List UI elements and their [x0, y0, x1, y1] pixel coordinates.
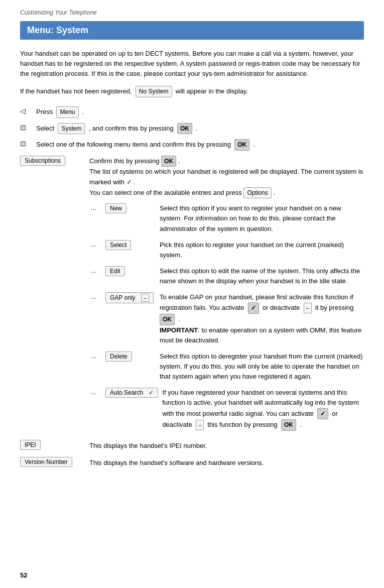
ok-badge-5: OK	[281, 419, 296, 431]
ipei-text: This displays the handset's IPEI number.	[89, 440, 364, 451]
option-new: … New Select this option if you want to …	[90, 203, 364, 233]
option-edit-badge-col: Edit	[105, 266, 156, 276]
intro-text-2: If the handset has not been registered,	[20, 87, 132, 95]
edit-badge: Edit	[105, 266, 125, 276]
step-1-text: Press Menu .	[36, 106, 84, 118]
ipei-badge-col: IPEI	[20, 440, 80, 450]
check-inline-2: ✓	[317, 408, 328, 420]
top-label: Customizing Your Telephone	[20, 9, 364, 16]
section-header: Menu: System	[20, 21, 364, 40]
dots-gap: …	[90, 292, 101, 300]
select-badge: Select	[105, 240, 131, 250]
step-2-text: Select System , and confirm this by pres…	[36, 123, 198, 135]
option-rows: … New Select this option if you want to …	[90, 203, 364, 430]
option-autosearch-badge-col: Auto.Search ✓	[105, 388, 158, 398]
no-system-badge: No System	[136, 86, 172, 97]
step-3: ⊡ Select one of the following menu items…	[20, 139, 364, 151]
dots-autosearch: …	[90, 388, 101, 396]
ipei-badge: IPEI	[20, 440, 41, 450]
deactivate-dash-1: –	[304, 303, 312, 313]
delete-badge: Delete	[105, 351, 132, 362]
bottom-section: IPEI This displays the handset's IPEI nu…	[20, 440, 364, 468]
option-delete: … Delete Select this option to deregiste…	[90, 351, 364, 382]
step-2-icon: ⊡	[20, 123, 31, 132]
option-edit-text: Select this option to edit the name of t…	[160, 266, 364, 286]
subscriptions-content: Confirm this by pressing OK . The list o…	[89, 156, 364, 198]
page-number: 52	[20, 571, 27, 579]
option-gap: … GAP only – To enable GAP on your hands…	[90, 292, 364, 345]
menu-badge: Menu	[56, 106, 78, 118]
deactivate-dash-2: –	[196, 420, 204, 430]
option-select-text: Pick this option to register your handse…	[160, 240, 364, 260]
step-3-icon: ⊡	[20, 139, 31, 148]
option-new-badge-col: New	[105, 203, 156, 213]
version-badge-col: Version Number	[20, 457, 80, 467]
step-1-icon: ◁	[20, 106, 31, 115]
option-delete-badge-col: Delete	[105, 351, 156, 362]
intro-paragraph-2: If the handset has not been registered, …	[20, 86, 364, 97]
new-badge: New	[105, 203, 126, 213]
ipei-row: IPEI This displays the handset's IPEI nu…	[20, 440, 364, 451]
subscriptions-section: Subscriptions Confirm this by pressing O…	[20, 156, 364, 431]
version-row: Version Number This displays the handset…	[20, 457, 364, 468]
options-badge: Options	[243, 187, 271, 199]
ok-badge-4: OK	[160, 314, 175, 325]
autosearch-badge: Auto.Search ✓	[105, 388, 158, 398]
version-text: This displays the handset's software and…	[89, 457, 364, 468]
check-inline-1: ✓	[248, 302, 259, 314]
intro-paragraph-1: Your handset can be operated on up to te…	[20, 49, 364, 79]
option-new-text: Select this option if you want to regist…	[160, 203, 364, 233]
dots-new: …	[90, 203, 101, 211]
option-select: … Select Pick this option to register yo…	[90, 240, 364, 260]
dots-delete: …	[90, 351, 101, 360]
no-system-suffix: will appear in the display.	[176, 87, 248, 95]
option-delete-text: Select this option to deregister your ha…	[160, 351, 364, 382]
step-1: ◁ Press Menu .	[20, 106, 364, 118]
dots-edit: …	[90, 266, 101, 274]
system-badge: System	[58, 123, 85, 135]
version-badge: Version Number	[20, 457, 72, 467]
subscriptions-badge-col: Subscriptions	[20, 156, 80, 166]
gap-dash-box: –	[141, 294, 149, 302]
subscriptions-badge: Subscriptions	[20, 156, 65, 166]
step-2: ⊡ Select System , and confirm this by pr…	[20, 123, 364, 135]
option-edit: … Edit Select this option to edit the na…	[90, 266, 364, 286]
option-autosearch: … Auto.Search ✓ If you have registered y…	[90, 388, 364, 430]
autosearch-check: ✓	[149, 389, 154, 396]
option-autosearch-text: If you have registered your handset on s…	[162, 388, 364, 430]
option-gap-badge-col: GAP only –	[105, 292, 156, 303]
important-label: IMPORTANT	[160, 326, 198, 334]
check-symbol-1: ✓	[126, 178, 132, 186]
ok-badge-3: OK	[161, 156, 176, 167]
ok-badge-2: OK	[234, 139, 249, 151]
step-3-text: Select one of the following menu items a…	[36, 139, 255, 151]
intro-text-1: Your handset can be operated on up to te…	[20, 50, 360, 77]
option-select-badge-col: Select	[105, 240, 156, 250]
gap-badge: GAP only –	[105, 292, 154, 303]
option-gap-text: To enable GAP on your handset, please fi…	[160, 292, 364, 345]
ok-badge-1: OK	[177, 123, 192, 135]
dots-select: …	[90, 240, 101, 248]
subscriptions-main-row: Subscriptions Confirm this by pressing O…	[20, 156, 364, 198]
